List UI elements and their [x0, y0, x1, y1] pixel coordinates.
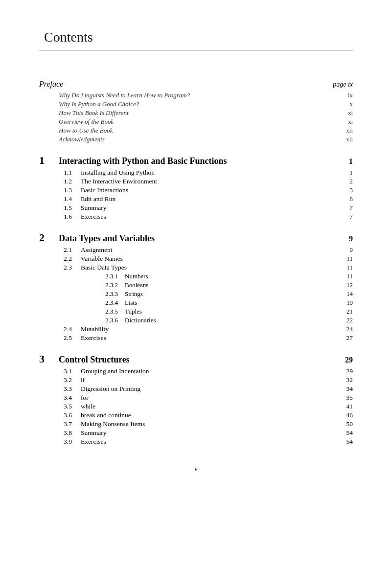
chapter-header: 2 Data Types and Variables 9	[39, 231, 353, 244]
section-entry: 2.1 Assignment 9	[64, 246, 353, 254]
subsection-entry: 2.3.6 Dictionaries 22	[105, 317, 353, 324]
section-page: 54	[346, 429, 353, 437]
preface-item: How This Book Is Different xi	[59, 109, 353, 117]
preface-item-title: How This Book Is Different	[59, 109, 129, 117]
preface-item: Why Do Linguists Need to Learn How to Pr…	[59, 91, 353, 99]
section-entry: 2.4 Mutability 24	[64, 325, 353, 333]
chapter-number: 2	[39, 231, 54, 244]
subsection-title: Dictionaries	[125, 317, 342, 324]
section-title: Digression on Printing	[81, 385, 342, 393]
section-number: 1.2	[64, 178, 81, 185]
section-number: 2.3	[64, 264, 81, 271]
preface-item-page: xii	[346, 136, 353, 143]
section-title: break and continue	[81, 411, 342, 419]
section-number: 2.1	[64, 246, 81, 254]
chapter-number: 3	[39, 353, 54, 365]
chapter-header: 1 Interacting with Python and Basic Func…	[39, 154, 353, 167]
preface-section: Preface page ix Why Do Linguists Need to…	[39, 80, 353, 143]
chapter-page: 9	[349, 234, 353, 243]
section-title: Exercises	[81, 334, 342, 342]
section-entry: 1.1 Installing and Using Python 1	[64, 169, 353, 177]
section-number: 1.1	[64, 169, 81, 177]
subsection-page: 11	[346, 272, 353, 280]
section-number: 3.7	[64, 420, 81, 428]
section-page: 46	[346, 411, 353, 419]
preface-item-title: Why Do Linguists Need to Learn How to Pr…	[59, 91, 190, 99]
preface-page-label: page ix	[333, 81, 353, 89]
section-page: 24	[346, 325, 353, 333]
section-title: The Interactive Environment	[81, 178, 345, 185]
subsection-title: Tuples	[125, 308, 342, 316]
section-entry: 2.3 Basic Data Types 11	[64, 264, 353, 271]
chapter-page: 29	[345, 356, 353, 364]
section-entry: 3.2 if 32	[64, 376, 353, 384]
section-page: 11	[346, 255, 353, 263]
chapter-page: 1	[349, 157, 353, 166]
subsection-entry: 2.3.3 Strings 14	[105, 290, 353, 298]
subsection-title: Booleans	[125, 281, 342, 289]
title-rule	[39, 50, 353, 50]
section-title: while	[81, 403, 342, 410]
section-page: 29	[346, 367, 353, 375]
section-page: 7	[349, 204, 353, 212]
preface-item-page: xi	[348, 109, 353, 117]
subsection-page: 19	[346, 299, 353, 307]
subsection-title: Numbers	[125, 272, 342, 280]
section-title: Assignment	[81, 246, 345, 254]
chapter-title: Data Types and Variables	[59, 233, 349, 244]
subsection-number: 2.3.1	[105, 272, 125, 280]
section-number: 3.5	[64, 403, 81, 410]
section-items: 1.1 Installing and Using Python 1 1.2 Th…	[64, 169, 353, 221]
preface-item: Why Is Python a Good Choice? x	[59, 100, 353, 108]
preface-item-page: ix	[348, 91, 353, 99]
section-entry: 3.4 for 35	[64, 394, 353, 402]
section-page: 35	[346, 394, 353, 402]
section-number: 3.2	[64, 376, 81, 384]
section-title: Variable Names	[81, 255, 342, 263]
section-number: 1.6	[64, 213, 81, 221]
subsection-page: 14	[346, 290, 353, 298]
preface-item-title: How to Use the Book	[59, 127, 113, 135]
section-entry: 3.1 Grouping and Indentation 29	[64, 367, 353, 375]
section-entry: 3.6 break and continue 46	[64, 411, 353, 419]
section-page: 2	[349, 178, 353, 185]
subsection-page: 12	[346, 281, 353, 289]
chapter-2: 2 Data Types and Variables 9 2.1 Assignm…	[39, 231, 353, 342]
section-entry: 1.2 The Interactive Environment 2	[64, 178, 353, 185]
section-page: 32	[346, 376, 353, 384]
section-number: 1.5	[64, 204, 81, 212]
section-number: 2.4	[64, 325, 81, 333]
section-items: 3.1 Grouping and Indentation 29 3.2 if 3…	[64, 367, 353, 446]
section-number: 2.5	[64, 334, 81, 342]
section-title: Mutability	[81, 325, 342, 333]
subsection-entry: 2.3.1 Numbers 11	[105, 272, 353, 280]
subsection-page: 21	[346, 308, 353, 316]
section-items: 2.1 Assignment 9 2.2 Variable Names 11 2…	[64, 246, 353, 342]
section-number: 1.3	[64, 186, 81, 194]
subsection-number: 2.3.4	[105, 299, 125, 307]
section-number: 3.3	[64, 385, 81, 393]
preface-items: Why Do Linguists Need to Learn How to Pr…	[59, 91, 353, 143]
subsection-entry: 2.3.2 Booleans 12	[105, 281, 353, 289]
subsection-number: 2.3.5	[105, 308, 125, 316]
subsection-title: Lists	[125, 299, 342, 307]
section-title: Summary	[81, 204, 345, 212]
section-title: Basic Data Types	[81, 264, 342, 271]
chapter-3: 3 Control Structures 29 3.1 Grouping and…	[39, 353, 353, 446]
section-title: Exercises	[81, 213, 345, 221]
subsection-number: 2.3.2	[105, 281, 125, 289]
section-number: 1.4	[64, 195, 81, 203]
preface-item-page: xii	[346, 127, 353, 135]
section-page: 3	[349, 186, 353, 194]
chapter-1: 1 Interacting with Python and Basic Func…	[39, 154, 353, 221]
section-page: 41	[346, 403, 353, 410]
chapter-header: 3 Control Structures 29	[39, 353, 353, 365]
section-page: 54	[346, 438, 353, 446]
subsection-page: 22	[346, 317, 353, 324]
section-entry: 3.3 Digression on Printing 34	[64, 385, 353, 393]
section-title: Grouping and Indentation	[81, 367, 342, 375]
subsection-title: Strings	[125, 290, 342, 298]
subsection-entry: 2.3.4 Lists 19	[105, 299, 353, 307]
section-entry: 3.9 Exercises 54	[64, 438, 353, 446]
section-entry: 1.6 Exercises 7	[64, 213, 353, 221]
